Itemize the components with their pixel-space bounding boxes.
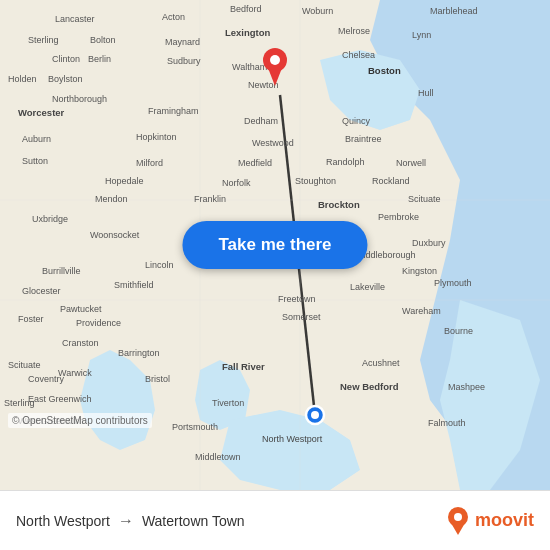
svg-text:Hopkinton: Hopkinton (136, 132, 177, 142)
copyright-notice: © OpenStreetMap contributors (8, 413, 152, 428)
destination-label: Watertown Town (142, 513, 245, 529)
svg-text:Sutton: Sutton (22, 156, 48, 166)
svg-text:Pawtucket: Pawtucket (60, 304, 102, 314)
moovit-pin-icon (447, 507, 469, 535)
svg-text:East Greenwich: East Greenwich (28, 394, 92, 404)
svg-text:New Bedford: New Bedford (340, 381, 399, 392)
svg-text:Westwood: Westwood (252, 138, 294, 148)
svg-text:Acton: Acton (162, 12, 185, 22)
svg-text:North Westport: North Westport (262, 434, 323, 444)
svg-text:Smithfield: Smithfield (114, 280, 154, 290)
svg-text:Falmouth: Falmouth (428, 418, 466, 428)
svg-text:Cranston: Cranston (62, 338, 99, 348)
route-info: North Westport → Watertown Town (16, 512, 447, 530)
svg-text:Mendon: Mendon (95, 194, 128, 204)
svg-text:Quincy: Quincy (342, 116, 371, 126)
svg-text:Hopedale: Hopedale (105, 176, 144, 186)
svg-text:Holden: Holden (8, 74, 37, 84)
moovit-brand-text: moovit (475, 510, 534, 531)
svg-text:Lexington: Lexington (225, 27, 271, 38)
svg-text:Bedford: Bedford (230, 4, 262, 14)
svg-text:Bolton: Bolton (90, 35, 116, 45)
svg-text:Waltham: Waltham (232, 62, 267, 72)
svg-text:Randolph: Randolph (326, 157, 365, 167)
svg-text:Braintree: Braintree (345, 134, 382, 144)
svg-text:Franklin: Franklin (194, 194, 226, 204)
svg-text:Lakeville: Lakeville (350, 282, 385, 292)
svg-text:Stoughton: Stoughton (295, 176, 336, 186)
svg-text:Scituate: Scituate (408, 194, 441, 204)
svg-text:Lincoln: Lincoln (145, 260, 174, 270)
moovit-logo: moovit (447, 507, 534, 535)
origin-label: North Westport (16, 513, 110, 529)
svg-text:Woonsocket: Woonsocket (90, 230, 140, 240)
svg-text:Duxbury: Duxbury (412, 238, 446, 248)
svg-text:Marblehead: Marblehead (430, 6, 478, 16)
svg-text:Acushnet: Acushnet (362, 358, 400, 368)
svg-text:Rockland: Rockland (372, 176, 410, 186)
svg-text:Barrington: Barrington (118, 348, 160, 358)
svg-text:Clinton: Clinton (52, 54, 80, 64)
svg-text:Hull: Hull (418, 88, 434, 98)
svg-text:Scituate: Scituate (8, 360, 41, 370)
svg-text:Medfield: Medfield (238, 158, 272, 168)
svg-text:Plymouth: Plymouth (434, 278, 472, 288)
svg-text:Tiverton: Tiverton (212, 398, 244, 408)
svg-text:Berlin: Berlin (88, 54, 111, 64)
svg-text:Somerset: Somerset (282, 312, 321, 322)
svg-point-97 (270, 55, 280, 65)
svg-text:Fall River: Fall River (222, 361, 265, 372)
svg-text:Maynard: Maynard (165, 37, 200, 47)
svg-text:Pembroke: Pembroke (378, 212, 419, 222)
svg-text:Warwick: Warwick (58, 368, 92, 378)
svg-text:Kingston: Kingston (402, 266, 437, 276)
svg-text:Northborough: Northborough (52, 94, 107, 104)
svg-text:Dedham: Dedham (244, 116, 278, 126)
svg-marker-101 (451, 523, 465, 535)
svg-text:Woburn: Woburn (302, 6, 333, 16)
bottom-bar: North Westport → Watertown Town moovit (0, 490, 550, 550)
svg-point-102 (454, 513, 462, 521)
arrow-right-icon: → (118, 512, 134, 530)
svg-text:Boston: Boston (368, 65, 401, 76)
svg-text:Boylston: Boylston (48, 74, 83, 84)
svg-text:Bristol: Bristol (145, 374, 170, 384)
svg-text:Uxbridge: Uxbridge (32, 214, 68, 224)
svg-text:Wareham: Wareham (402, 306, 441, 316)
svg-text:Freetown: Freetown (278, 294, 316, 304)
svg-text:Melrose: Melrose (338, 26, 370, 36)
svg-text:Worcester: Worcester (18, 107, 65, 118)
svg-text:Mashpee: Mashpee (448, 382, 485, 392)
svg-text:Norwell: Norwell (396, 158, 426, 168)
svg-text:Lynn: Lynn (412, 30, 431, 40)
svg-text:Framingham: Framingham (148, 106, 199, 116)
svg-text:Chelsea: Chelsea (342, 50, 375, 60)
svg-text:Lancaster: Lancaster (55, 14, 95, 24)
map-container: Lancaster Acton Bedford Woburn Marblehea… (0, 0, 550, 490)
svg-text:Sudbury: Sudbury (167, 56, 201, 66)
svg-point-99 (311, 411, 319, 419)
svg-text:Foster: Foster (18, 314, 44, 324)
svg-text:Portsmouth: Portsmouth (172, 422, 218, 432)
svg-text:Auburn: Auburn (22, 134, 51, 144)
svg-text:Burrillville: Burrillville (42, 266, 81, 276)
svg-text:Glocester: Glocester (22, 286, 61, 296)
svg-text:Milford: Milford (136, 158, 163, 168)
take-me-there-button[interactable]: Take me there (182, 221, 367, 269)
svg-text:Providence: Providence (76, 318, 121, 328)
svg-text:Norfolk: Norfolk (222, 178, 251, 188)
svg-text:Brockton: Brockton (318, 199, 360, 210)
svg-text:Sterling: Sterling (28, 35, 59, 45)
svg-text:Bourne: Bourne (444, 326, 473, 336)
svg-text:Middletown: Middletown (195, 452, 241, 462)
